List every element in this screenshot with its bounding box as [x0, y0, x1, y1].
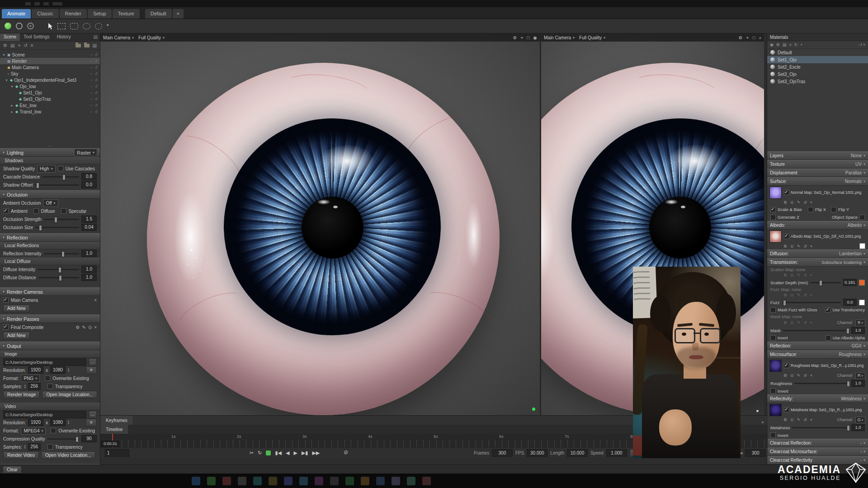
autokey-toggle[interactable]: [266, 450, 271, 455]
viewport-move-icon[interactable]: +: [520, 35, 523, 40]
reflection-intensity-slider[interactable]: [44, 253, 80, 254]
metalness-map-thumbnail[interactable]: [769, 404, 782, 416]
browse-video-path-button[interactable]: ...: [89, 411, 97, 418]
visibility-icon[interactable]: ↺: [94, 84, 98, 89]
mask-value[interactable]: 1.0: [851, 327, 865, 334]
scatter-depth-value[interactable]: 0.181: [843, 279, 857, 286]
mask-map-label[interactable]: Mask Map: none: [770, 314, 802, 319]
scatter-color-swatch[interactable]: [859, 280, 865, 286]
map-preview-icon[interactable]: ⊙: [790, 320, 794, 325]
image-format-dropdown[interactable]: PNG: [21, 375, 40, 382]
taskbar-icon[interactable]: [222, 477, 231, 485]
list-icon[interactable]: ▤: [10, 43, 14, 48]
taskbar-icon[interactable]: [392, 477, 400, 485]
viewport-move-icon[interactable]: +: [746, 35, 749, 40]
tab-animate[interactable]: Animate: [2, 9, 31, 19]
material-item-set2-escle[interactable]: Set2_Escle: [767, 63, 868, 70]
reflection-header[interactable]: Reflection:GGX: [767, 342, 868, 350]
viewport-left[interactable]: Main Camera Full Quality ⚙ + □ ◉: [100, 33, 540, 415]
expander-icon[interactable]: ▾: [5, 78, 9, 82]
refresh-icon[interactable]: ↺: [24, 43, 27, 48]
mask-channel-dropdown[interactable]: R: [855, 319, 865, 326]
image-output-path[interactable]: C:/Users/Sergio/Desktop: [3, 358, 86, 366]
albedo-map-thumbnail[interactable]: [769, 230, 782, 243]
render-passes-header[interactable]: ▾ Render Passes: [0, 314, 100, 323]
shadow-offset-slider[interactable]: [35, 184, 79, 186]
diffuse-intensity-slider[interactable]: [38, 269, 79, 270]
resolution-presets-button[interactable]: ≡: [86, 419, 97, 427]
fuzz-map-label[interactable]: Fuzz Map: none: [770, 287, 801, 292]
roughness-map-row[interactable]: Roughness Map: Set1_Ojo_R...y.1001.png: [767, 359, 868, 372]
loop-icon[interactable]: ↻: [258, 450, 262, 456]
cascade-distance-slider[interactable]: [42, 176, 79, 178]
visibility-icon[interactable]: ↺: [94, 110, 98, 114]
displacement-header[interactable]: DisplacementParallax: [767, 169, 868, 177]
video-overwrite-checkbox[interactable]: [51, 428, 56, 433]
material-menu-icon[interactable]: ≡: [789, 42, 791, 47]
taskbar-icon[interactable]: [238, 477, 246, 485]
map-clear-icon[interactable]: ×: [810, 273, 812, 277]
diffuse-checkbox[interactable]: [33, 208, 39, 214]
tree-item-set1-ojo[interactable]: ◆ Set1_Ojo ○↺: [0, 89, 100, 96]
map-settings-icon[interactable]: ⚙: [783, 373, 787, 378]
map-reload-icon[interactable]: ↺: [803, 320, 807, 325]
image-height-field[interactable]: 1080: [50, 366, 66, 374]
scale-gizmo-button[interactable]: [27, 23, 34, 29]
cascade-distance-value[interactable]: 0.8: [81, 173, 97, 180]
lighting-mode-dropdown[interactable]: Raster: [74, 149, 97, 156]
taskbar-icon[interactable]: [345, 477, 354, 485]
pass-settings-icon[interactable]: ⚙: [75, 325, 80, 330]
compression-quality-slider[interactable]: [47, 438, 79, 440]
render-pass-row[interactable]: Final Composite ⚙ ✎ ⊙ ×: [0, 323, 100, 331]
tab-texture[interactable]: Texture: [113, 9, 140, 19]
roughness-value[interactable]: 1.0: [851, 380, 865, 387]
map-preview-icon[interactable]: ⊙: [790, 373, 794, 378]
visibility-icon[interactable]: ↺: [94, 97, 98, 101]
scatter-depth-slider[interactable]: [810, 282, 841, 283]
map-edit-icon[interactable]: ✎: [797, 418, 801, 422]
remove-camera-icon[interactable]: ×: [94, 298, 97, 303]
roughness-channel-dropdown[interactable]: R: [855, 372, 865, 379]
browse-image-path-button[interactable]: ...: [89, 358, 97, 366]
material-item-set3-ojotras[interactable]: Set3_OjoTras: [767, 78, 868, 85]
video-transparency-checkbox[interactable]: [47, 444, 53, 450]
taskbar-icon[interactable]: [207, 477, 216, 485]
object-space-checkbox[interactable]: [859, 215, 865, 220]
titlebar-icon[interactable]: [34, 2, 40, 5]
map-preview-icon[interactable]: ⊙: [790, 244, 794, 249]
map-reload-icon[interactable]: ↺: [803, 373, 807, 378]
albedo-map-checkbox[interactable]: [784, 234, 789, 239]
end-frame-field[interactable]: 300: [745, 449, 766, 457]
occlusion-size-value[interactable]: 0.04: [81, 224, 97, 231]
metalness-value[interactable]: 1.0: [851, 424, 865, 431]
lasso-select-tool[interactable]: [95, 23, 102, 29]
image-width-field[interactable]: 1920: [28, 366, 43, 374]
material-item-set3-ojo[interactable]: Set3_Ojo: [767, 70, 868, 78]
ambient-checkbox[interactable]: [3, 208, 9, 214]
material-item-default[interactable]: Default: [767, 49, 868, 56]
layers-header[interactable]: LayersNone: [767, 151, 868, 160]
scale-bias-checkbox[interactable]: [770, 207, 776, 212]
map-preview-icon[interactable]: ⊙: [790, 418, 794, 422]
metalness-slider[interactable]: [792, 427, 849, 428]
transmission-header[interactable]: Transmission:Subsurface Scattering: [767, 258, 868, 267]
tab-tool-settings[interactable]: Tool Settings: [20, 33, 53, 41]
video-subheader[interactable]: Video: [0, 403, 100, 410]
translate-gizmo-button[interactable]: [5, 23, 11, 29]
lock-icon[interactable]: ○: [90, 78, 92, 82]
metalness-map-row[interactable]: Metalness Map: Set1_Ojo_R...y.1001.png: [767, 403, 868, 417]
material-refresh-icon[interactable]: ↻: [794, 42, 798, 47]
reflectivity-header[interactable]: Reflectivity:Metalness: [767, 394, 868, 403]
tab-render[interactable]: Render: [60, 9, 87, 19]
panel-divider[interactable]: ⋯: [0, 144, 100, 148]
video-output-path[interactable]: C:/Users/Sergio/Desktop: [3, 411, 86, 418]
local-diffuse-subheader[interactable]: Local Diffuse: [0, 258, 100, 265]
map-settings-icon[interactable]: ⚙: [783, 418, 787, 422]
tree-item-scene[interactable]: ▾ ▣ Scene ○↺: [0, 52, 100, 58]
diffuse-intensity-value[interactable]: 1.0: [81, 266, 97, 273]
microsurface-header[interactable]: Microsurface:Roughness: [767, 350, 868, 359]
rounded-select-tool[interactable]: [70, 23, 78, 29]
roughness-invert-checkbox[interactable]: [770, 388, 776, 394]
speed-field[interactable]: 1.000: [606, 449, 627, 457]
material-add-icon[interactable]: +: [800, 42, 802, 47]
